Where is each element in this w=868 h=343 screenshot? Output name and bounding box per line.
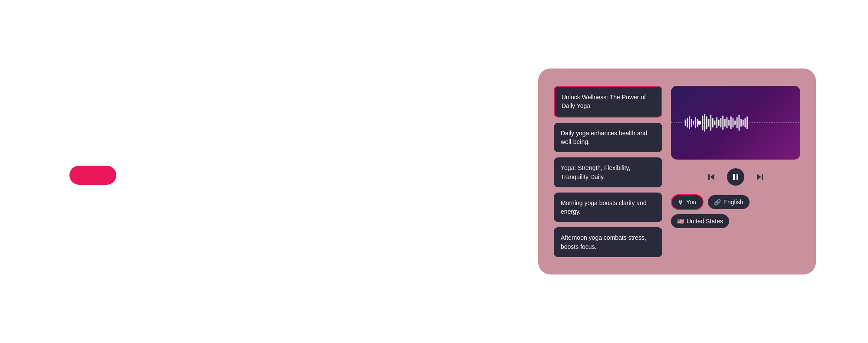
english-label: English [723, 199, 743, 206]
svg-rect-3 [689, 116, 690, 129]
svg-rect-30 [744, 118, 746, 127]
svg-rect-5 [693, 121, 694, 124]
svg-rect-31 [746, 116, 748, 129]
united-states-label: United States [687, 218, 723, 225]
svg-rect-27 [739, 114, 740, 131]
page-wrapper: Unlock Wellness: The Power of Daily Yoga… [0, 0, 868, 343]
script-list: Unlock Wellness: The Power of Daily Yoga… [554, 86, 662, 257]
pause-button[interactable] [727, 168, 744, 186]
svg-rect-14 [712, 118, 713, 127]
svg-rect-15 [714, 120, 716, 125]
svg-rect-11 [706, 116, 707, 129]
svg-rect-20 [724, 119, 726, 127]
script-item-3[interactable]: Yoga: Strength, Flexibility, Tranquility… [554, 157, 662, 187]
script-item-5[interactable]: Afternoon yoga combats stress, boosts fo… [554, 227, 662, 257]
cta-area [69, 166, 116, 202]
waveform-section: 🎙You🔗English🇺🇸United States [671, 86, 800, 257]
script-item-4[interactable]: Morning yoga boosts clarity and energy. [554, 193, 662, 222]
svg-rect-9 [702, 115, 704, 130]
demo-inner: Unlock Wellness: The Power of Daily Yoga… [554, 86, 800, 257]
svg-rect-6 [695, 117, 696, 128]
svg-rect-28 [740, 119, 742, 127]
script-item-1[interactable]: Unlock Wellness: The Power of Daily Yoga [554, 86, 662, 118]
svg-marker-33 [710, 174, 714, 180]
english-icon: 🔗 [714, 199, 721, 206]
svg-rect-12 [708, 119, 710, 127]
svg-rect-16 [716, 117, 717, 128]
demo-panel: Unlock Wellness: The Power of Daily Yoga… [538, 69, 816, 274]
svg-rect-36 [736, 174, 738, 180]
svg-rect-25 [734, 120, 736, 125]
tag-united-states[interactable]: 🇺🇸United States [671, 214, 729, 228]
svg-point-8 [697, 121, 701, 124]
svg-rect-26 [736, 117, 738, 128]
svg-rect-24 [733, 118, 734, 127]
tag-row: 🎙You🔗English🇺🇸United States [671, 194, 800, 228]
svg-rect-13 [710, 114, 711, 131]
svg-rect-4 [691, 119, 692, 127]
svg-rect-10 [704, 114, 705, 132]
start-free-button[interactable] [69, 166, 116, 185]
tag-you[interactable]: 🎙You [671, 194, 704, 210]
svg-rect-34 [708, 174, 710, 180]
you-label: You [686, 199, 697, 206]
svg-rect-2 [687, 118, 688, 127]
next-button[interactable] [755, 172, 765, 182]
svg-rect-35 [733, 174, 735, 180]
tag-english[interactable]: 🔗English [708, 195, 750, 209]
svg-rect-38 [762, 174, 763, 180]
svg-rect-21 [727, 117, 728, 128]
svg-rect-18 [720, 118, 722, 127]
you-icon: 🎙 [678, 199, 684, 206]
playback-controls [671, 168, 800, 186]
script-item-2[interactable]: Daily yoga enhances health and well-bein… [554, 123, 662, 153]
united-states-icon: 🇺🇸 [677, 218, 684, 225]
svg-rect-19 [722, 115, 723, 130]
svg-marker-37 [757, 174, 761, 180]
svg-rect-29 [743, 120, 744, 126]
svg-rect-1 [685, 120, 686, 126]
svg-rect-17 [718, 120, 720, 126]
waveform-display [671, 86, 800, 160]
right-section: Unlock Wellness: The Power of Daily Yoga… [538, 69, 816, 274]
svg-rect-22 [728, 120, 730, 126]
left-section [69, 141, 116, 202]
svg-rect-23 [730, 116, 732, 129]
prev-button[interactable] [706, 172, 717, 182]
waveform-svg [671, 110, 800, 136]
